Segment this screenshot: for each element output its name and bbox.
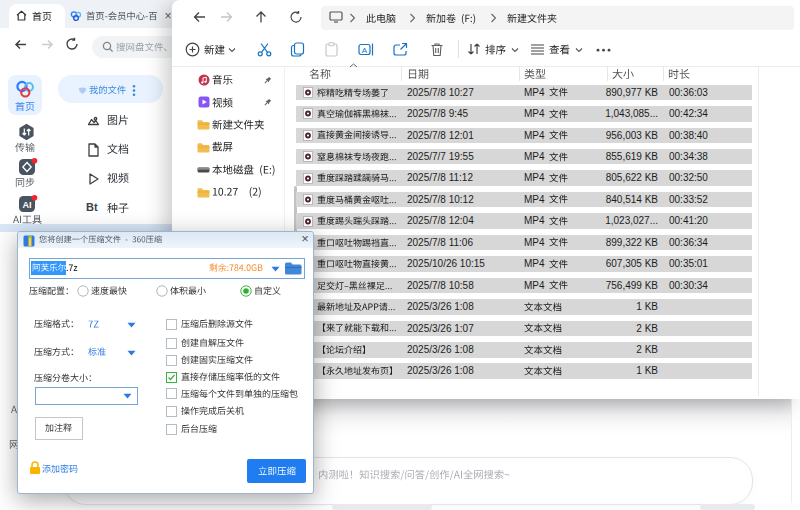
svg-text:AI: AI — [23, 200, 32, 210]
svg-text:A: A — [362, 46, 368, 55]
